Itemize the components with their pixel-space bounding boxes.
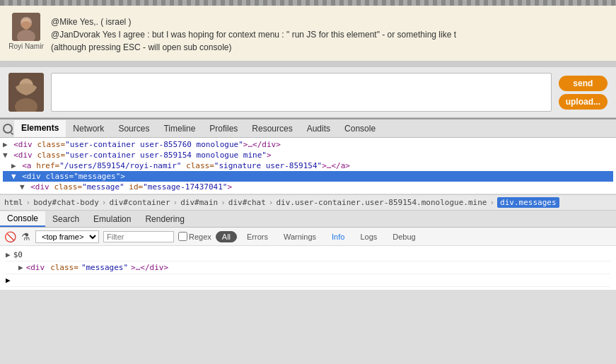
tab-audits[interactable]: Audits xyxy=(300,121,337,136)
element-line-5[interactable]: ▼ <div class="message" id="message-17437… xyxy=(3,182,613,192)
frame-select[interactable]: <top frame> xyxy=(35,230,99,243)
chat-line-1: @Mike Yes,. ( israel ) xyxy=(51,16,608,28)
element-line-1[interactable]: ▶ <div class="user-container user-855760… xyxy=(3,139,613,150)
section-gap xyxy=(0,61,616,67)
tab-timeline[interactable]: Timeline xyxy=(156,121,202,136)
filter-debug-button[interactable]: Debug xyxy=(387,232,421,242)
filter-errors-button[interactable]: Errors xyxy=(241,232,274,242)
console-bottom-tabs: Console Search Emulation Rendering xyxy=(0,211,616,228)
tab-console[interactable]: Console xyxy=(337,121,383,136)
tab-resources[interactable]: Resources xyxy=(245,121,299,136)
console-element-close: >…</div> xyxy=(131,263,168,272)
chat-line-2: @JanDvorak Yes I agree : but I was hopin… xyxy=(51,28,608,41)
regex-label: Regex xyxy=(178,232,211,241)
devtools-search-icon[interactable] xyxy=(3,124,13,134)
expand-arrow[interactable]: ▶ xyxy=(6,250,11,259)
console-output: ▶ $0 ▶ <div class="messages">…</div> ▶ xyxy=(0,246,616,290)
reply-buttons: send upload... xyxy=(559,76,608,110)
clear-console-icon[interactable]: 🚫 xyxy=(4,231,16,242)
console-element-tag: <div xyxy=(26,263,45,272)
breadcrumb: html › body#chat-body › div#container › … xyxy=(0,194,616,211)
console-toolbar: 🚫 ⚗ <top frame> Regex All Errors Warning… xyxy=(0,228,616,246)
reply-input[interactable] xyxy=(51,73,552,112)
breadcrumb-chat[interactable]: div#chat xyxy=(228,198,266,207)
avatar xyxy=(12,13,40,41)
console-dollar: $0 xyxy=(13,250,23,259)
tab-network[interactable]: Network xyxy=(66,121,111,136)
top-decoration xyxy=(0,0,616,6)
chat-message: Royi Namir @Mike Yes,. ( israel ) @JanDv… xyxy=(8,13,608,54)
element-line-4[interactable]: ▼ <div class="messages"> xyxy=(3,171,613,182)
breadcrumb-container[interactable]: div#container xyxy=(109,198,170,207)
console-prompt-arrow: ▶ xyxy=(6,276,11,285)
breadcrumb-body[interactable]: body#chat-body xyxy=(33,198,99,207)
console-line-prompt[interactable]: ▶ xyxy=(6,274,610,287)
filter-input[interactable] xyxy=(103,231,174,242)
filter-all-button[interactable]: All xyxy=(216,231,237,242)
regex-checkbox[interactable] xyxy=(178,232,187,241)
chat-area: Royi Namir @Mike Yes,. ( israel ) @JanDv… xyxy=(0,6,616,61)
filter-logs-button[interactable]: Logs xyxy=(354,232,383,242)
elements-panel: ▶ <div class="user-container user-855760… xyxy=(0,138,616,194)
filter-icon[interactable]: ⚗ xyxy=(20,231,31,242)
chat-line-3: (although pressing ESC - will open sub c… xyxy=(51,41,608,54)
element-line-3[interactable]: ▶ <a href="/users/859154/royi-namir" cla… xyxy=(3,160,613,171)
breadcrumb-user-container[interactable]: div.user-container.user-859154.monologue… xyxy=(276,198,487,207)
breadcrumb-main[interactable]: div#main xyxy=(180,198,218,207)
filter-info-button[interactable]: Info xyxy=(326,232,350,242)
devtools-top-tabs: Elements Network Sources Timeline Profil… xyxy=(0,119,616,138)
filter-warnings-button[interactable]: Warnings xyxy=(278,232,322,242)
avatar-container: Royi Namir xyxy=(8,13,44,50)
breadcrumb-messages[interactable]: div.messages xyxy=(497,197,559,208)
reply-avatar xyxy=(8,73,44,112)
tab-console-bottom[interactable]: Console xyxy=(0,211,45,227)
tab-emulation[interactable]: Emulation xyxy=(86,212,138,226)
tab-profiles[interactable]: Profiles xyxy=(202,121,245,136)
element-expand-arrow[interactable]: ▶ xyxy=(18,263,23,272)
tab-rendering[interactable]: Rendering xyxy=(138,212,191,226)
console-line-element: ▶ <div class="messages">…</div> xyxy=(6,262,610,274)
console-line-dollar: ▶ $0 xyxy=(6,249,610,262)
avatar-name: Royi Namir xyxy=(8,42,44,50)
console-element-class-val: "messages" xyxy=(81,263,128,272)
tab-elements[interactable]: Elements xyxy=(14,120,66,137)
send-button[interactable]: send xyxy=(559,76,608,91)
console-prompt-cursor xyxy=(13,276,18,285)
chat-text: @Mike Yes,. ( israel ) @JanDvorak Yes I … xyxy=(51,13,608,54)
tab-search[interactable]: Search xyxy=(45,212,86,226)
upload-button[interactable]: upload... xyxy=(559,94,608,110)
element-line-2[interactable]: ▼ <div class="user-container user-859154… xyxy=(3,150,613,160)
devtools-panel: Elements Network Sources Timeline Profil… xyxy=(0,118,616,290)
reply-area: send upload... xyxy=(0,67,616,118)
breadcrumb-html[interactable]: html xyxy=(4,198,23,207)
tab-sources[interactable]: Sources xyxy=(111,121,156,136)
console-element-class: class= xyxy=(50,263,79,272)
